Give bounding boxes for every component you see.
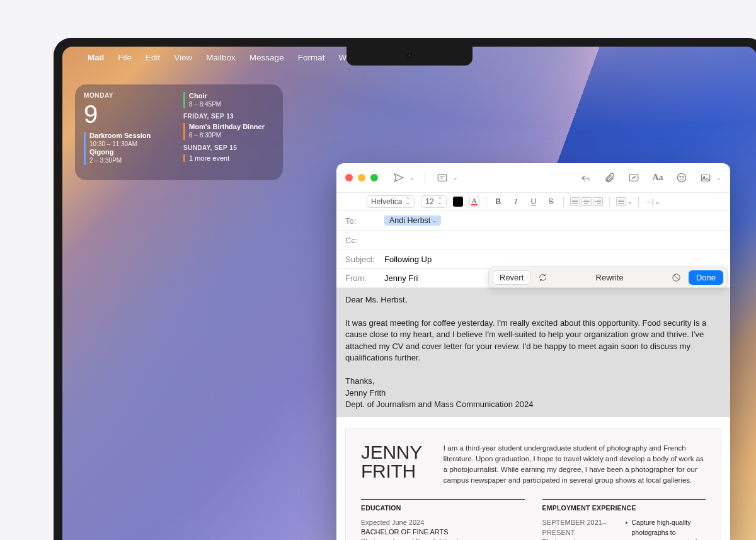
from-label: From: (345, 273, 384, 283)
subject-field[interactable]: Following Up (384, 255, 432, 264)
from-value[interactable]: Jenny Fri (384, 273, 418, 283)
svg-point-2 (677, 173, 686, 182)
calendar-day-label: MONDAY (84, 92, 175, 99)
cv-education-heading: EDUCATION (361, 503, 525, 513)
rewrite-cycle-icon[interactable] (537, 272, 548, 283)
calendar-date: 9 (84, 103, 175, 125)
menubar-item-mailbox[interactable]: Mailbox (206, 53, 236, 62)
calendar-more-events[interactable]: 1 more event (183, 154, 274, 162)
send-icon[interactable] (392, 171, 406, 185)
display-notch (346, 47, 472, 66)
header-fields-caret[interactable]: ⌄ (453, 175, 458, 181)
svg-point-4 (683, 176, 684, 178)
menubar-item-edit[interactable]: Edit (146, 53, 160, 62)
cv-experience-column: EMPLOYMENT EXPERIENCE SEPTEMBER 2021–PRE… (542, 499, 706, 540)
screen: Mail File Edit View Mailbox Message Form… (62, 47, 756, 540)
menubar-item-file[interactable]: File (118, 53, 132, 62)
list-button[interactable]: ⌄ (616, 197, 632, 206)
indent-button[interactable]: →|⌄ (645, 198, 660, 205)
cc-label: Cc: (345, 236, 384, 245)
cv-exp-dates: SEPTEMBER 2021–PRESENT (542, 518, 618, 537)
calendar-event[interactable]: Qigong2 – 3:30PM (84, 148, 175, 164)
header-fields-icon[interactable] (435, 171, 449, 185)
markup-icon[interactable] (627, 171, 641, 185)
svg-rect-0 (438, 175, 447, 181)
font-size-select[interactable]: 12⌃⌄ (421, 195, 446, 208)
cv-experience-heading: EMPLOYMENT EXPERIENCE (542, 503, 706, 513)
rewrite-title: Rewrite (554, 273, 665, 282)
cv-exp-bullets: Capture high-quality photographs to acco… (626, 518, 706, 540)
cv-education-column: EDUCATION Expected June 2024BACHELOR OF … (361, 499, 525, 540)
rewrite-toolbar: Revert Rewrite Done (488, 267, 728, 288)
attach-icon[interactable] (603, 171, 617, 185)
alignment-group[interactable] (570, 197, 603, 206)
emoji-icon[interactable] (675, 171, 689, 185)
format-bar: Helvetica⌃⌄ 12⌃⌄ A B I U S ⌄ →|⌄ (336, 192, 730, 211)
menubar-item-message[interactable]: Message (249, 53, 284, 62)
cv-bullet: Capture high-quality photographs to acco… (626, 518, 706, 540)
strikethrough-button[interactable]: S (546, 197, 557, 206)
photo-browser-caret[interactable]: ⌄ (716, 175, 721, 181)
rewrite-cancel-icon[interactable] (671, 272, 682, 283)
send-options-caret[interactable]: ⌄ (410, 175, 415, 181)
bold-button[interactable]: B (493, 197, 504, 206)
subject-label: Subject: (345, 255, 384, 264)
text-color-swatch[interactable] (453, 197, 463, 207)
mail-compose-window: ⌄ ⌄ Aa ⌄ Helvetica⌃⌄ 12⌃⌄ A B I (336, 163, 730, 540)
underline-button[interactable]: U (528, 197, 539, 206)
message-text[interactable]: Dear Ms. Herbst, It was great meeting fo… (336, 288, 730, 417)
mail-toolbar: ⌄ ⌄ Aa ⌄ (336, 163, 730, 192)
header-fields: To: Andi Herbst⌄ Cc: Subject: Following … (336, 211, 730, 288)
cv-education-item: Expected June 2024BACHELOR OF FINE ARTSP… (361, 518, 525, 540)
calendar-event[interactable]: Choir8 – 8:45PM (183, 92, 274, 108)
menubar-item-format[interactable]: Format (298, 53, 325, 62)
done-button[interactable]: Done (689, 270, 723, 285)
italic-button[interactable]: I (510, 197, 522, 207)
svg-point-3 (680, 176, 681, 178)
photo-browser-icon[interactable] (699, 171, 713, 185)
revert-button[interactable]: Revert (493, 270, 530, 285)
calendar-widget[interactable]: MONDAY 9 Darkroom Session10:30 – 11:30AM… (75, 84, 283, 180)
cc-field[interactable] (384, 235, 721, 245)
to-label: To: (345, 216, 384, 226)
cv-intro: I am a third-year student undergraduate … (444, 443, 706, 486)
cv-exp-role: Photographer (542, 537, 618, 540)
menubar-app-name[interactable]: Mail (88, 53, 104, 62)
reply-icon[interactable] (579, 171, 593, 185)
laptop-frame: Mail File Edit View Mailbox Message Form… (54, 38, 756, 540)
window-minimize-button[interactable] (358, 174, 365, 181)
window-maximize-button[interactable] (370, 174, 378, 181)
format-text-icon[interactable]: Aa (651, 171, 665, 185)
menubar-item-view[interactable]: View (174, 53, 192, 62)
window-close-button[interactable] (345, 174, 353, 181)
font-family-select[interactable]: Helvetica⌃⌄ (367, 195, 415, 208)
calendar-event[interactable]: Mom's Birthday Dinner6 – 8:30PM (183, 123, 274, 139)
cv-name: JENNY FRITH (361, 443, 422, 486)
cv-attachment[interactable]: JENNY FRITH I am a third-year student un… (345, 428, 721, 540)
to-recipient-pill[interactable]: Andi Herbst⌄ (384, 215, 441, 226)
calendar-section-header: SUNDAY, SEP 15 (183, 144, 274, 151)
message-body-area[interactable]: Dear Ms. Herbst, It was great meeting fo… (336, 288, 730, 540)
calendar-section-header: FRIDAY, SEP 13 (183, 113, 274, 120)
text-color-picker[interactable]: A (469, 197, 479, 207)
calendar-event[interactable]: Darkroom Session10:30 – 11:30AM (84, 132, 175, 148)
